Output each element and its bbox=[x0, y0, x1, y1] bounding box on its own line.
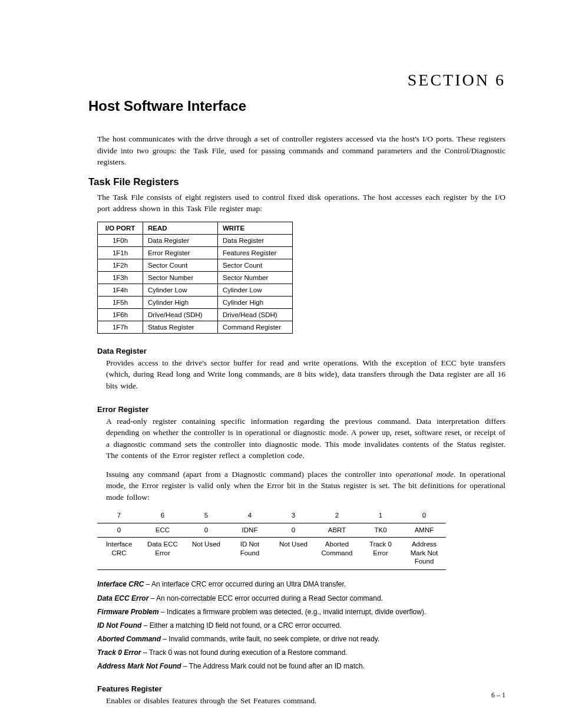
def-row: Firmware Problem – Indicates a firmware … bbox=[97, 607, 505, 617]
data-register-heading: Data Register bbox=[97, 347, 505, 355]
table-row: 1F7hStatus RegisterCommand Register bbox=[98, 321, 293, 333]
def-row: Track 0 Error – Track 0 was not found du… bbox=[97, 648, 505, 657]
def-row: Interface CRC – An interface CRC error o… bbox=[97, 579, 505, 589]
task-file-register-table: I/O PORT READ WRITE 1F0hData RegisterDat… bbox=[97, 222, 293, 334]
th-read: READ bbox=[143, 222, 218, 234]
intro-paragraph: The host communicates with the drive thr… bbox=[97, 133, 505, 168]
def-row: Aborted Command – Invalid commands, writ… bbox=[97, 634, 505, 644]
page-title: Host Software Interface bbox=[88, 98, 505, 114]
th-io-port: I/O PORT bbox=[98, 222, 143, 234]
def-row: Data ECC Error – An non-correctable ECC … bbox=[97, 594, 505, 603]
data-register-text: Provides access to the drive's sector bu… bbox=[106, 357, 505, 392]
table-row: 1F6hDrive/Head (SDH)Drive/Head (SDH) bbox=[98, 308, 293, 321]
error-definitions: Interface CRC – An interface CRC error o… bbox=[97, 579, 505, 671]
error-register-p1: A read-only register containing specific… bbox=[106, 416, 505, 462]
error-register-bit-table: 7 6 5 4 3 2 1 0 0 ECC 0 IDNF 0 ABRT TK0 … bbox=[97, 510, 446, 570]
features-register-text: Enables or disables features through the… bbox=[106, 695, 505, 707]
table-row: 1F3hSector NumberSector Number bbox=[98, 271, 293, 284]
th-write: WRITE bbox=[218, 222, 293, 234]
error-register-p2: Issuing any command (apart from a Diagno… bbox=[106, 469, 505, 503]
table-row: 1F4hCylinder LowCylinder Low bbox=[98, 284, 293, 296]
features-register-heading: Features Register bbox=[97, 684, 505, 693]
section-label: SECTION 6 bbox=[88, 71, 505, 90]
table-row: 1F5hCylinder HighCylinder High bbox=[98, 296, 293, 308]
error-register-heading: Error Register bbox=[97, 405, 505, 414]
table-row: 1F1hError RegisterFeatures Register bbox=[98, 246, 293, 259]
task-file-intro: The Task File consists of eight register… bbox=[97, 192, 505, 215]
def-row: Address Mark Not Found – The Address Mar… bbox=[97, 661, 505, 671]
def-row: ID Not Found – Either a matching ID fiel… bbox=[97, 621, 505, 630]
task-file-heading: Task File Registers bbox=[88, 176, 505, 188]
page-number: 6 – 1 bbox=[491, 691, 505, 700]
table-row: 1F2hSector CountSector Count bbox=[98, 259, 293, 271]
table-row: 1F0hData RegisterData Register bbox=[98, 234, 293, 246]
